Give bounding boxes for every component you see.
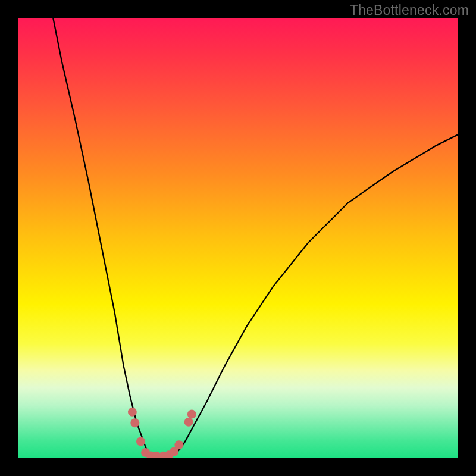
chart-frame: TheBottleneck.com bbox=[0, 0, 476, 476]
data-marker bbox=[174, 440, 183, 449]
curve-layer bbox=[18, 18, 458, 458]
watermark-label: TheBottleneck.com bbox=[350, 2, 469, 18]
data-marker bbox=[187, 410, 196, 419]
data-marker bbox=[130, 418, 139, 427]
data-marker bbox=[136, 437, 145, 446]
data-marker bbox=[184, 418, 193, 427]
data-marker bbox=[128, 408, 137, 416]
bottleneck-curve-right bbox=[172, 134, 458, 456]
plot-area bbox=[18, 18, 458, 458]
bottleneck-curve-left bbox=[53, 18, 154, 456]
